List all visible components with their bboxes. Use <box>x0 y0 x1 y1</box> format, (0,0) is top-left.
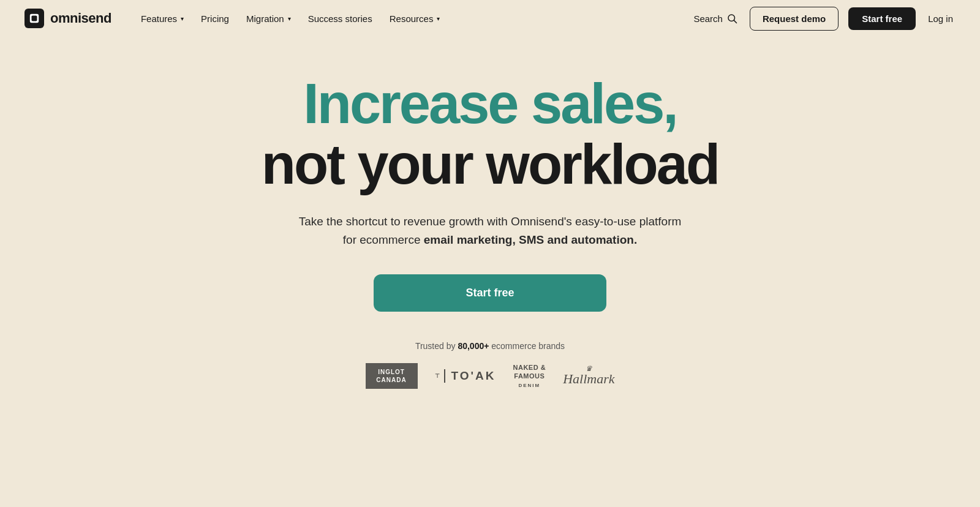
brand-toak: ⊤ TO'AK <box>435 369 496 383</box>
brand-hallmark: ♛ Hallmark <box>563 364 614 387</box>
trust-prefix: Trusted by <box>415 341 458 351</box>
trust-section: Trusted by 80,000+ ecommerce brands INGL… <box>366 341 615 389</box>
nav-item-features: Features ▾ <box>134 9 191 29</box>
hero-subtitle: Take the shortcut to revenue growth with… <box>291 212 689 250</box>
trust-count: 80,000+ <box>458 341 489 351</box>
nav-links: Features ▾ Pricing Migration ▾ Success s… <box>134 9 448 29</box>
login-button[interactable]: Log in <box>925 9 956 29</box>
start-free-nav-button[interactable]: Start free <box>848 7 916 30</box>
hero-title: Increase sales, not your workload <box>262 73 718 195</box>
nav-left: omnisend Features ▾ Pricing Migration ▾ <box>24 9 447 29</box>
brand-naked-famous: NAKED &FAMOUSDENIM <box>513 363 546 389</box>
svg-line-3 <box>734 20 736 23</box>
hero-title-line2: not your workload <box>262 134 718 195</box>
start-free-hero-button[interactable]: Start free <box>374 274 606 312</box>
logo-link[interactable]: omnisend <box>24 9 111 28</box>
nav-item-migration: Migration ▾ <box>239 9 298 29</box>
nav-pricing-link[interactable]: Pricing <box>194 9 236 29</box>
trust-suffix: ecommerce brands <box>489 341 565 351</box>
brand-logos: INGLOTCANADA ⊤ TO'AK NAKED &FAMOUSDENIM <box>366 363 615 389</box>
naked-famous-logo: NAKED &FAMOUSDENIM <box>513 363 546 389</box>
chevron-down-icon: ▾ <box>288 15 291 22</box>
hero-subtitle-bold: email marketing, SMS and automation. <box>424 233 637 246</box>
request-demo-button[interactable]: Request demo <box>750 7 839 31</box>
nav-features-link[interactable]: Features ▾ <box>134 9 191 29</box>
search-icon <box>726 13 737 24</box>
nav-item-resources: Resources ▾ <box>382 9 448 29</box>
svg-rect-1 <box>32 16 37 21</box>
toak-logo: ⊤ TO'AK <box>435 369 496 383</box>
nav-item-pricing: Pricing <box>194 9 236 29</box>
logo-text: omnisend <box>50 10 111 26</box>
nav-right: Search Request demo Start free Log in <box>691 7 956 31</box>
chevron-down-icon: ▾ <box>437 15 440 22</box>
nav-migration-link[interactable]: Migration ▾ <box>239 9 298 29</box>
inglot-logo: INGLOTCANADA <box>366 363 418 389</box>
nav-item-success-stories: Success stories <box>301 9 380 29</box>
brand-inglot: INGLOTCANADA <box>366 363 418 389</box>
hallmark-logo: ♛ Hallmark <box>563 364 614 387</box>
logo-icon <box>24 9 44 28</box>
nav-success-link[interactable]: Success stories <box>301 9 380 29</box>
search-button[interactable]: Search <box>691 8 740 29</box>
chevron-down-icon: ▾ <box>181 15 184 22</box>
hero-section: Increase sales, not your workload Take t… <box>0 37 980 413</box>
navbar: omnisend Features ▾ Pricing Migration ▾ <box>0 0 980 37</box>
nav-resources-link[interactable]: Resources ▾ <box>382 9 448 29</box>
hero-title-line1: Increase sales, <box>262 73 718 134</box>
omnisend-icon-svg <box>29 13 40 24</box>
trust-text: Trusted by 80,000+ ecommerce brands <box>415 341 565 351</box>
